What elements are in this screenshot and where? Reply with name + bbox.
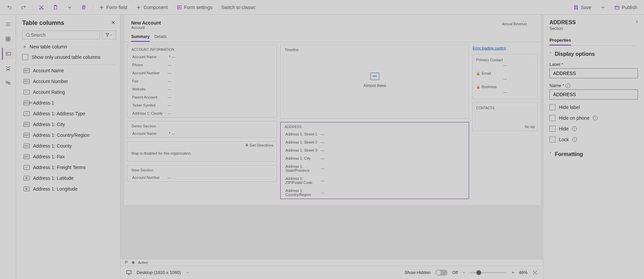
lock-check[interactable]: Lock i [549, 136, 638, 143]
section-timeline[interactable]: Timeline ••• Almost there [280, 45, 469, 119]
section-map[interactable]: ⊕ Get Directions Map is disabled for thi… [127, 141, 277, 162]
tab-properties[interactable]: Properties [549, 36, 571, 45]
email-label: 🔒Email [475, 70, 535, 77]
column-item[interactable]: AbcAddress 1: Fax [22, 151, 116, 162]
form-field-row[interactable]: Parent Account--- [128, 93, 277, 101]
properties-panel: ADDRESS Section Properties ˄ Display opt… [543, 15, 644, 279]
show-unused-checkbox[interactable] [22, 54, 28, 60]
column-list[interactable]: AbcAccount NameAbcAccount Number▭Account… [22, 65, 116, 279]
form-field-row[interactable]: Address 1: Country/Region--- [281, 187, 469, 199]
form-field-row[interactable]: Account Number--- [128, 173, 277, 182]
zoom-slider[interactable] [470, 272, 507, 273]
column-item[interactable]: AbcAccount Name [22, 65, 116, 76]
search-input[interactable] [31, 32, 97, 38]
form-field-row[interactable]: Address 1: ZIP/Postal Code--- [281, 174, 469, 187]
section-contacts[interactable]: CONTACTS No da [472, 103, 538, 131]
search-box[interactable] [22, 31, 100, 39]
save-chevron[interactable] [598, 3, 608, 11]
hamburger-button[interactable] [2, 18, 14, 30]
paste-chevron[interactable] [64, 3, 75, 11]
checkbox[interactable] [549, 136, 556, 143]
tree-rail-button[interactable] [2, 63, 14, 75]
section-primary-contact[interactable]: Primary Contact --- 🔒Email --- 🔒Business… [472, 54, 538, 99]
form-settings-button[interactable]: Form settings [174, 3, 215, 11]
form-canvas[interactable]: New Account Account ··· Annual Revenue S… [120, 15, 543, 259]
column-item[interactable]: ▭Address 1: Address Type [22, 108, 116, 119]
timeline-message: Almost there [363, 83, 386, 88]
target-icon: ⊕ [245, 143, 248, 147]
fit-to-screen-icon[interactable] [532, 270, 538, 275]
save-button[interactable]: Save [571, 3, 594, 11]
cut-button[interactable] [36, 3, 47, 11]
form-field-row[interactable]: Address 1: State/Province--- [281, 162, 469, 174]
column-item[interactable]: AbcAccount Number [22, 76, 116, 87]
form-field-row[interactable]: Address 1: Street 1--- [281, 130, 469, 138]
columns-rail-button[interactable] [2, 48, 14, 60]
delete-button[interactable] [78, 3, 89, 11]
column-item[interactable]: ◐Address 1: Latitude [22, 173, 116, 184]
show-hidden-toggle[interactable] [435, 270, 448, 276]
column-item[interactable]: AbcAddress 1: City [22, 119, 116, 130]
group-formatting[interactable]: ˅ Formatting [549, 151, 638, 157]
zoom-in-button[interactable]: + [511, 270, 514, 275]
column-item[interactable]: AbcdefAddress 1 [22, 97, 116, 108]
add-form-field-button[interactable]: Form field [96, 3, 130, 11]
add-component-button[interactable]: Component [133, 3, 170, 11]
group-display-options[interactable]: ˄ Display options [549, 51, 638, 57]
publish-button[interactable]: Publish [612, 3, 640, 11]
hide-phone-check[interactable]: Hide on phone i [549, 115, 638, 121]
form-tab[interactable]: Summary [131, 34, 150, 42]
name-input[interactable] [549, 89, 638, 99]
column-item[interactable]: AbcAddress 1: Country/Region [22, 130, 116, 141]
filter-button[interactable] [102, 31, 116, 39]
field-label: Address 1: State/Province [285, 164, 321, 172]
get-directions-link[interactable]: ⊕ Get Directions [128, 142, 277, 149]
column-item[interactable]: AbcAddress 1: County [22, 141, 116, 151]
components-rail-button[interactable] [2, 33, 14, 45]
form-field-row[interactable]: Address 1: Street 2--- [281, 138, 469, 146]
form-field-row[interactable]: Phone--- [128, 61, 277, 69]
field-label: Fax [132, 79, 168, 83]
new-column-button[interactable]: New table column [22, 44, 116, 49]
undo-button[interactable] [4, 3, 15, 11]
section-address[interactable]: ADDRESS Address 1: Street 1---Address 1:… [280, 122, 469, 199]
form-field-row[interactable]: Account Number--- [128, 69, 277, 77]
checkbox[interactable] [549, 104, 556, 110]
column-item[interactable]: ▭Account Rating [22, 87, 116, 97]
redo-button[interactable] [18, 3, 29, 11]
section-new[interactable]: New Section Account Number--- [127, 165, 277, 182]
show-unused-row[interactable]: Show only unused table columns [22, 54, 116, 60]
info-icon[interactable]: i [566, 83, 570, 88]
form-field-row[interactable]: Ticker Symbol--- [128, 101, 277, 109]
form-libraries-rail-button[interactable] [2, 77, 14, 89]
checkbox[interactable] [549, 115, 556, 121]
hide-label-check[interactable]: Hide label [549, 104, 638, 110]
hide-check[interactable]: Hide i [549, 126, 638, 132]
form-field-row[interactable]: Address 1: City--- [281, 154, 469, 162]
checkbox[interactable] [549, 126, 556, 132]
paste-button[interactable] [50, 3, 61, 11]
form-field-row[interactable]: Address 1: County--- [128, 109, 277, 117]
label-field: Label* [549, 62, 638, 78]
form-field-row[interactable]: Website--- [128, 85, 277, 93]
viewport-label[interactable]: Desktop (1920 x 1080) [137, 270, 181, 275]
info-icon[interactable]: i [572, 137, 577, 142]
switch-classic-button[interactable]: Switch to classic [218, 3, 258, 11]
error-loading-control-link[interactable]: Error loading control [472, 45, 538, 54]
column-item[interactable]: ◐Address 1: Longitude [22, 184, 116, 194]
expand-panel-button[interactable] [635, 19, 639, 25]
info-icon[interactable]: i [572, 126, 577, 131]
label-input[interactable] [549, 68, 638, 78]
column-item[interactable]: ▭Address 1: Freight Terms [22, 162, 116, 173]
form-field-row[interactable]: Account Name*--- [128, 129, 277, 137]
zoom-out-button[interactable]: − [463, 270, 465, 275]
section-account-info[interactable]: ACCOUNT INFORMATION Account Name*---Phon… [127, 45, 277, 118]
form-tab[interactable]: Details [154, 34, 167, 42]
form-field-row[interactable]: Account Name*--- [128, 53, 277, 61]
form-field-row[interactable]: Fax--- [128, 77, 277, 85]
chevron-down-icon[interactable] [186, 271, 190, 275]
info-icon[interactable]: i [593, 116, 598, 120]
section-demo[interactable]: Demo Section Account Name*--- [127, 121, 277, 138]
close-panel-button[interactable]: ✕ [111, 19, 115, 26]
form-field-row[interactable]: Address 1: Street 3--- [281, 146, 469, 154]
